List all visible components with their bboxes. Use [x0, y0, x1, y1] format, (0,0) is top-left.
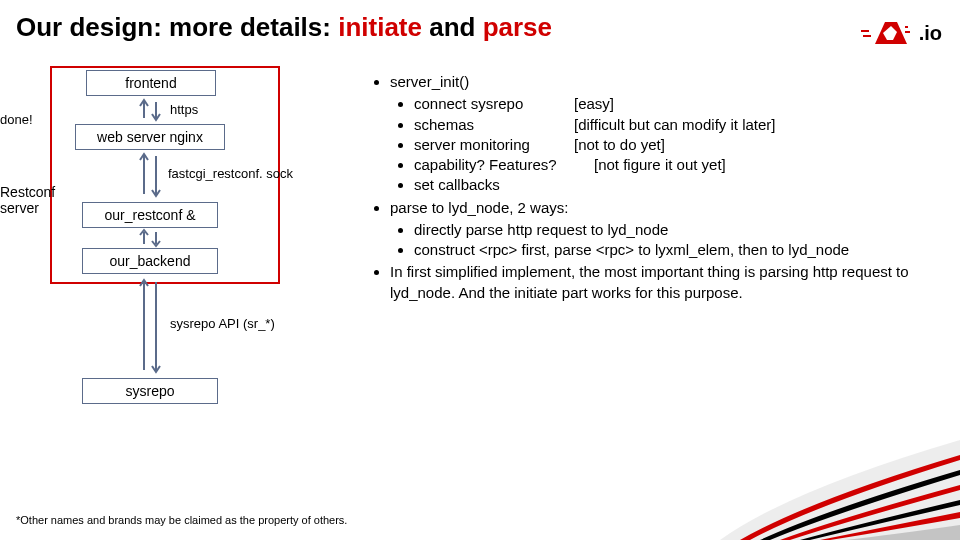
- b1-2a: schemas: [414, 115, 574, 135]
- bullet-directly-parse: directly parse http request to lyd_node: [414, 220, 930, 240]
- logo-icon: [861, 18, 915, 48]
- bullet-server-monitoring: server monitoring[not to do yet]: [414, 135, 930, 155]
- svg-rect-2: [905, 26, 908, 28]
- speed-lines-art: [660, 400, 960, 540]
- bullet-server-init: server_init() connect sysrepo[easy] sche…: [390, 72, 930, 196]
- svg-rect-1: [863, 35, 871, 37]
- fastcgi-label: fastcgi_restconf. sock: [168, 166, 293, 181]
- b2-text: parse to lyd_node, 2 ways:: [390, 199, 568, 216]
- footnote: *Other names and brands may be claimed a…: [16, 514, 347, 526]
- logo-suffix: .io: [919, 22, 942, 45]
- our-restconf-box: our_restconf &: [82, 202, 218, 228]
- b1-1a: connect sysrepo: [414, 94, 574, 114]
- b1-1b: [easy]: [574, 95, 614, 112]
- b1-3b: [not to do yet]: [574, 136, 665, 153]
- brand-logo: .io: [861, 18, 942, 48]
- b1-4a: capability? Features?: [414, 155, 594, 175]
- bullet-parse: parse to lyd_node, 2 ways: directly pars…: [390, 198, 930, 261]
- b1-3a: server monitoring: [414, 135, 574, 155]
- arrow-webserver-restconf: [138, 150, 162, 200]
- sysrepo-api-label: sysrepo API (sr_*): [170, 316, 275, 331]
- b1-2b: [difficult but can modify it later]: [574, 116, 775, 133]
- restconf-label-2: server: [0, 200, 39, 216]
- title-red1: initiate: [338, 12, 422, 42]
- b1-text: server_init(): [390, 73, 469, 90]
- our-backend-box: our_backend: [82, 248, 218, 274]
- architecture-diagram: done! frontend https web server nginx fa…: [0, 70, 330, 500]
- bullet-capability: capability? Features?[not figure it out …: [414, 155, 930, 175]
- slide-title: Our design: more details: initiate and p…: [16, 12, 552, 43]
- sysrepo-box: sysrepo: [82, 378, 218, 404]
- svg-rect-3: [905, 31, 910, 33]
- arrow-frontend-webserver: [138, 96, 162, 124]
- title-red2: parse: [483, 12, 552, 42]
- https-label: https: [170, 102, 198, 117]
- restconf-server-label: Restconf server: [0, 184, 55, 216]
- bullet-connect-sysrepo: connect sysrepo[easy]: [414, 94, 930, 114]
- arrow-backend-sysrepo: [138, 276, 162, 376]
- bullet-content: server_init() connect sysrepo[easy] sche…: [370, 72, 930, 303]
- restconf-label-1: Restconf: [0, 184, 55, 200]
- bullet-set-callbacks: set callbacks: [414, 175, 930, 195]
- bullet-construct-rpc: construct <rpc> first, parse <rpc> to ly…: [414, 240, 930, 260]
- title-mid: and: [422, 12, 483, 42]
- done-label: done!: [0, 112, 33, 127]
- b1-4b: [not figure it out yet]: [594, 156, 726, 173]
- bullet-summary: In first simplified implement, the most …: [390, 262, 930, 303]
- webserver-box: web server nginx: [75, 124, 225, 150]
- title-part1: Our design: more details:: [16, 12, 338, 42]
- svg-rect-0: [861, 30, 869, 32]
- arrow-restconf-backend: [138, 228, 162, 248]
- bullet-schemas: schemas[difficult but can modify it late…: [414, 115, 930, 135]
- frontend-box: frontend: [86, 70, 216, 96]
